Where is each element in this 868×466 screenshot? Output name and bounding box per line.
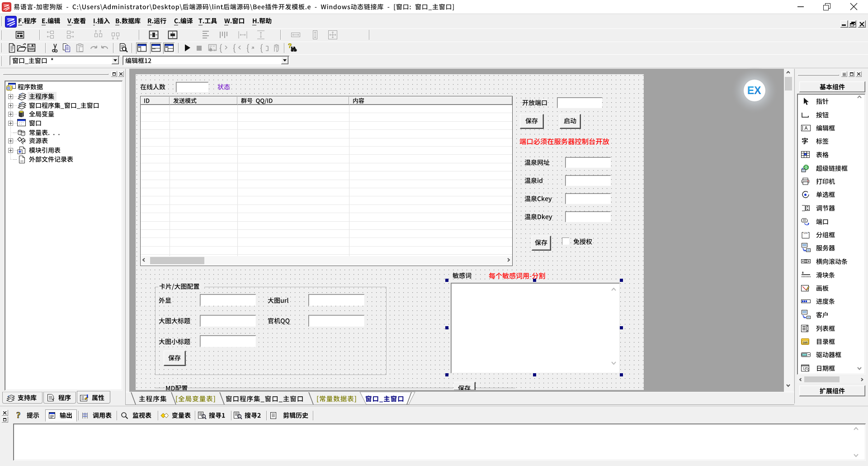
svg-text:CN: CN [804, 232, 808, 234]
svg-text:DIR: DIR [803, 341, 808, 344]
svg-text:?: ? [16, 411, 21, 419]
svg-text:EX: EX [747, 85, 761, 96]
